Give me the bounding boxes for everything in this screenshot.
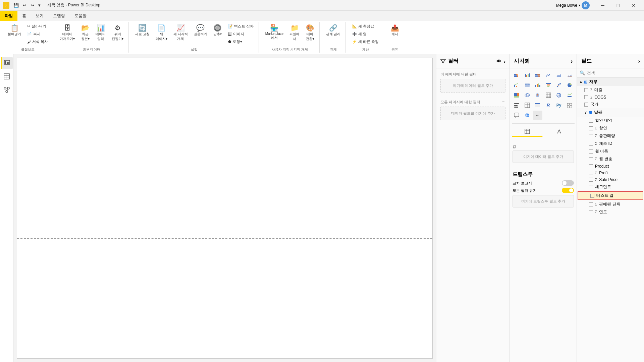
get-data-button[interactable]: 🗄 데이터가져오기▾ [57, 23, 77, 43]
report-view-button[interactable] [1, 57, 13, 69]
viz-map[interactable] [523, 90, 532, 100]
field-mfg-id[interactable]: Σ 제조 ID [577, 140, 644, 147]
viz-pie[interactable] [565, 80, 574, 90]
viz-treemap[interactable] [512, 90, 521, 100]
field-month-number[interactable]: Σ 월 번호 [577, 155, 644, 163]
tab-modeling[interactable]: 모델링 [48, 11, 70, 21]
tab-home[interactable]: 홈 [17, 11, 31, 21]
viz-R[interactable]: R [544, 101, 553, 110]
field-sale-price[interactable]: Σ Sale Price [577, 176, 644, 183]
text-box-button[interactable]: 📝 텍스트 상자 [226, 23, 256, 30]
image-button[interactable]: 🖼 이미지 [226, 31, 256, 38]
qat-dropdown-button[interactable]: ▾ [37, 2, 42, 8]
field-total-sales[interactable]: Σ 총판매량 [577, 132, 644, 140]
drillthrough-keep-filters-toggle[interactable] [562, 188, 574, 193]
viz-ribbon[interactable] [523, 80, 532, 90]
viz-fields-tab[interactable] [512, 126, 543, 137]
undo-qat-button[interactable]: ↩ [21, 2, 28, 8]
viz-format-tab[interactable] [544, 126, 575, 137]
field-prod-checkbox[interactable] [589, 164, 593, 168]
data-view-button[interactable] [1, 70, 13, 82]
field-us-checkbox[interactable] [589, 202, 593, 206]
field-product[interactable]: Product [577, 163, 644, 170]
field-cogs-checkbox[interactable] [584, 95, 588, 99]
recent-sources-button[interactable]: 📂 최근원본▾ [78, 23, 92, 43]
viz-table[interactable] [523, 101, 532, 110]
viz-python[interactable]: Py [554, 101, 564, 110]
this-page-filter-more[interactable]: ⋯ [502, 72, 505, 76]
field-country[interactable]: 국가 [577, 101, 644, 108]
viz-stacked-area[interactable] [565, 70, 574, 80]
field-tc-checkbox[interactable] [590, 194, 594, 198]
field-profit[interactable]: Σ Profit [577, 170, 644, 176]
save-qat-button[interactable]: 💾 [12, 2, 20, 8]
viz-funnel[interactable] [544, 80, 553, 90]
redo-qat-button[interactable]: ↪ [29, 2, 36, 8]
viz-slicer[interactable] [512, 101, 521, 110]
new-measure-button[interactable]: 📐 새 측정값 [350, 23, 381, 30]
all-pages-filter-more[interactable]: ⋯ [502, 100, 505, 104]
close-button[interactable]: ✕ [626, 0, 641, 11]
maximize-button[interactable]: □ [610, 0, 626, 11]
viz-waterfall[interactable] [533, 80, 542, 90]
paste-button[interactable]: 📋 붙여넣기 [5, 23, 23, 38]
format-copy-button[interactable]: 🖌 서식 복사 [25, 38, 50, 45]
field-discount[interactable]: Σ 할인 [577, 124, 644, 132]
field-year[interactable]: Σ 연도 [577, 208, 644, 216]
viz-matrix[interactable] [544, 90, 553, 100]
field-disc-checkbox[interactable] [589, 126, 593, 130]
field-mnum-checkbox[interactable] [589, 157, 593, 161]
viz-values-drop[interactable]: 여기에 데이터 필드 추가 [513, 150, 574, 163]
viz-clustered-bar[interactable] [523, 70, 532, 80]
viz-ai[interactable]: ⋯ [533, 111, 542, 120]
ask-question-button[interactable]: 💬 질문하기 [192, 23, 210, 38]
publish-button[interactable]: 📤 게시 [388, 23, 401, 38]
field-mfg-checkbox[interactable] [589, 142, 593, 146]
manage-relationships-button[interactable]: 🔗 관계 관리 [324, 23, 343, 38]
viz-more[interactable] [565, 101, 574, 110]
fields-group-date[interactable]: ∨ ⊞ 날짜 [577, 108, 644, 117]
refresh-button[interactable]: 🔄 새로 고침 [133, 23, 152, 38]
quick-measure-button[interactable]: ⚡ 새 빠른 측정 [350, 38, 381, 45]
new-column-button[interactable]: ➕ 새 열 [350, 31, 381, 38]
search-input[interactable] [587, 71, 641, 75]
new-page-button[interactable]: 📄 새페이지▾ [153, 23, 170, 43]
viz-scatter[interactable] [554, 80, 564, 90]
data-input-button[interactable]: 📊 데이터입력 [93, 23, 108, 43]
filter-eye-icon[interactable]: 👁 [496, 59, 501, 64]
viz-globe[interactable] [554, 90, 564, 100]
viz-filled-map[interactable] [533, 90, 542, 100]
viz-kpi[interactable] [565, 90, 574, 100]
field-profit-checkbox[interactable] [589, 171, 593, 175]
tab-view[interactable]: 보기 [31, 11, 48, 21]
fields-expand-icon[interactable]: › [638, 58, 640, 64]
viz-area[interactable] [554, 70, 564, 80]
canvas-page[interactable] [17, 58, 433, 359]
field-dr-checkbox[interactable] [589, 119, 593, 123]
marketplace-button[interactable]: 🏪 Marketplace에서 [263, 23, 286, 42]
viz-expand-icon[interactable]: › [571, 58, 573, 64]
field-country-checkbox[interactable] [584, 103, 588, 107]
minimize-button[interactable]: ─ [595, 0, 610, 11]
field-test-column[interactable]: 테스트 열 [578, 191, 643, 200]
canvas-area[interactable] [13, 54, 436, 362]
query-editor-button[interactable]: ⚙ 쿼리편집기▾ [109, 23, 126, 43]
new-visual-button[interactable]: 📈 새 시각적개체 [171, 23, 190, 43]
field-seg-checkbox[interactable] [589, 185, 593, 189]
model-view-button[interactable] [1, 84, 13, 96]
cut-button[interactable]: ✂ 잘라내기 [25, 23, 50, 30]
from-file-button[interactable]: 📁 파일에서 [287, 23, 302, 43]
field-revenue[interactable]: Σ 매출 [577, 86, 644, 94]
user-chevron-icon[interactable]: ▾ [579, 3, 580, 7]
field-year-checkbox[interactable] [589, 210, 593, 214]
all-pages-filter-drop[interactable]: 데이터 필드를 여기에 추가 [440, 107, 505, 120]
viz-line[interactable] [544, 70, 553, 80]
tab-help[interactable]: 도움말 [70, 11, 91, 21]
drillthrough-cross-report-toggle[interactable] [562, 180, 574, 186]
field-discount-range[interactable]: 할인 대역 [577, 117, 644, 124]
viz-stacked-bar[interactable] [512, 70, 521, 80]
field-month-name[interactable]: 월 이름 [577, 147, 644, 155]
field-mn-checkbox[interactable] [589, 149, 593, 154]
button-btn[interactable]: 🔘 단추▾ [211, 23, 224, 38]
tab-file[interactable]: 파일 [0, 11, 17, 21]
